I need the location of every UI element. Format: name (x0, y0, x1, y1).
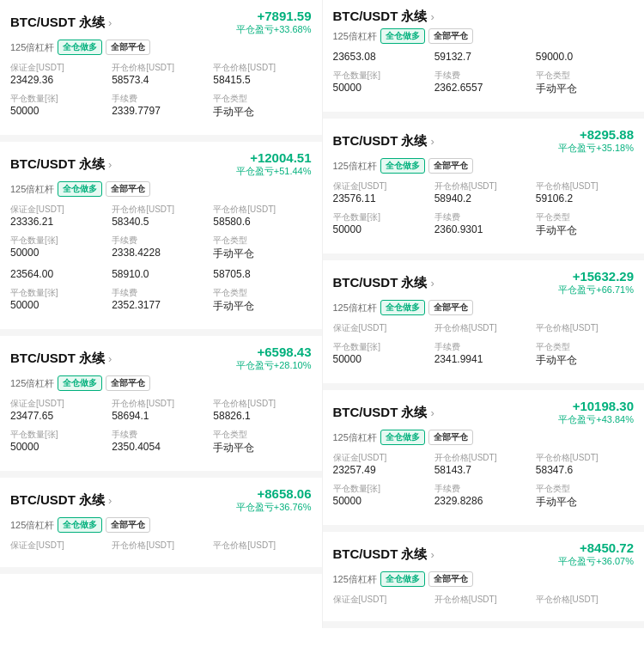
field-row: 保证金[USDT] 23336.21 开仓价格[USDT] 58340.5 平仓… (10, 204, 312, 231)
field-row: 保证金[USDT] 开仓价格[USDT] 平仓价格[USDT] (333, 322, 635, 338)
field-value: 50000 (10, 247, 108, 259)
badge-close[interactable]: 全部平仓 (106, 181, 150, 197)
field-row: 保证金[USDT] 23257.49 开仓价格[USDT] 58143.7 平仓… (333, 452, 635, 479)
chevron-icon: › (431, 548, 434, 561)
pnl-group: +8450.72 平仓盈亏+36.07% (558, 540, 634, 568)
field-row: 23564.00 58910.0 58705.8 (10, 268, 312, 284)
badge-long[interactable]: 全仓做多 (380, 430, 425, 445)
pnl-value: +8450.72 (558, 540, 634, 555)
pnl-group: +15632.29 平仓盈亏+66.71% (558, 269, 634, 296)
chevron-icon: › (108, 494, 112, 507)
badge-long[interactable]: 全仓做多 (58, 375, 102, 391)
field-label: 平仓数量[张] (333, 483, 431, 495)
field-row: 平仓数量[张] 50000 手续费 2352.3177 平仓类型 手动平仓 (10, 287, 312, 317)
badge-close[interactable]: 全部平仓 (106, 40, 150, 55)
field-group: 平仓数量[张] 50000 (10, 287, 108, 314)
badge-close[interactable]: 全部平仓 (428, 571, 473, 587)
badge-long[interactable]: 全仓做多 (380, 300, 425, 315)
field-value: 手动平仓 (536, 223, 634, 238)
field-label: 平仓数量[张] (10, 93, 108, 105)
field-label: 手续费 (112, 235, 210, 247)
field-value: 58573.4 (112, 74, 210, 86)
field-group: 手续费 2352.3177 (112, 287, 210, 314)
field-group: 平仓数量[张] 50000 (333, 483, 431, 510)
field-label: 平仓类型 (536, 70, 634, 82)
field-label: 手续费 (434, 211, 532, 223)
field-group: 平仓数量[张] 50000 (333, 70, 431, 96)
badge-close[interactable]: 全部平仓 (428, 158, 473, 174)
field-value: 59000.0 (536, 51, 634, 63)
field-group: 保证金[USDT] 23257.49 (333, 452, 431, 476)
field-row: 平仓数量[张] 50000 手续费 2362.6557 平仓类型 手动平仓 (333, 70, 635, 100)
field-label: 手续费 (112, 429, 210, 441)
card-title-group: BTC/USDT 永续 › (333, 405, 434, 421)
field-label: 开仓价格[USDT] (112, 540, 210, 552)
badge-long[interactable]: 全仓做多 (58, 40, 102, 55)
pnl-pct: 平仓盈亏+51.44% (236, 165, 312, 178)
card-header: BTC/USDT 永续 › (333, 9, 635, 25)
field-label: 保证金[USDT] (10, 204, 108, 216)
field-label: 平仓类型 (536, 211, 634, 223)
badge-row: 125倍杠杆 全仓做多 全部平仓 (333, 28, 635, 44)
badge-long[interactable]: 全仓做多 (380, 158, 425, 174)
field-label: 开仓价格[USDT] (434, 452, 532, 464)
chevron-icon: › (108, 16, 112, 29)
field-row: 保证金[USDT] 开仓价格[USDT] 平仓价格[USDT] (10, 540, 312, 555)
badge-close[interactable]: 全部平仓 (428, 430, 473, 445)
badge-close[interactable]: 全部平仓 (106, 517, 150, 533)
field-label: 平仓价格[USDT] (213, 62, 311, 74)
badge-close[interactable]: 全部平仓 (428, 28, 473, 44)
badge-long[interactable]: 全仓做多 (58, 181, 102, 197)
field-group: 保证金[USDT] 23576.11 (333, 180, 431, 204)
field-group: 平仓数量[张] 50000 (333, 211, 431, 238)
field-value: 2341.9941 (434, 353, 532, 365)
field-value: 59106.2 (536, 192, 634, 204)
badge-close[interactable]: 全部平仓 (428, 300, 473, 315)
field-value: 23564.00 (10, 268, 108, 280)
field-group: 平仓价格[USDT] (213, 540, 311, 552)
field-label: 开仓价格[USDT] (112, 398, 210, 410)
pnl-pct: 平仓盈亏+33.68% (236, 23, 312, 36)
badge-long[interactable]: 全仓做多 (380, 28, 425, 44)
lever-label: 125倍杠杆 (10, 519, 54, 532)
card-header: BTC/USDT 永续 › +15632.29 平仓盈亏+66.71% (333, 269, 635, 296)
field-value: 58340.5 (112, 216, 210, 228)
field-label: 保证金[USDT] (333, 180, 431, 192)
card-header: BTC/USDT 永续 › +12004.51 平仓盈亏+51.44% (10, 150, 312, 178)
chevron-icon: › (431, 406, 434, 419)
badge-long[interactable]: 全仓做多 (380, 571, 425, 587)
pnl-pct: 平仓盈亏+28.10% (236, 359, 312, 372)
field-value: 58705.8 (213, 268, 311, 280)
badge-close[interactable]: 全部平仓 (106, 375, 150, 391)
card-title: BTC/USDT 永续 (333, 9, 428, 25)
field-value: 58940.2 (434, 192, 532, 204)
field-group: 平仓价格[USDT] 58580.6 (213, 204, 311, 228)
card-header: BTC/USDT 永续 › +10198.30 平仓盈亏+43.84% (333, 399, 635, 426)
badge-long[interactable]: 全仓做多 (58, 517, 102, 533)
field-value: 58910.0 (112, 268, 210, 280)
field-group: 平仓数量[张] 50000 (333, 341, 431, 368)
field-value: 2360.9301 (434, 223, 532, 235)
field-value: 手动平仓 (213, 247, 311, 261)
card-title: BTC/USDT 永续 (333, 405, 428, 421)
trade-card: BTC/USDT 永续 › 125倍杠杆 全仓做多 全部平仓 23653.08 … (323, 0, 645, 119)
field-group: 开仓价格[USDT] (434, 594, 532, 606)
field-group: 平仓数量[张] 50000 (10, 429, 108, 455)
lever-label: 125倍杠杆 (10, 41, 54, 54)
card-title-group: BTC/USDT 永续 › (333, 133, 434, 149)
field-label: 手续费 (434, 70, 532, 82)
field-value: 2352.3177 (112, 299, 210, 311)
lever-label: 125倍杠杆 (333, 160, 377, 173)
field-label: 平仓数量[张] (10, 429, 108, 441)
pnl-value: +15632.29 (558, 269, 634, 284)
field-value: 23477.65 (10, 410, 108, 422)
field-group: 平仓类型 手动平仓 (213, 287, 311, 314)
field-group: 23564.00 (10, 268, 108, 280)
lever-label: 125倍杠杆 (10, 183, 54, 196)
field-value: 23336.21 (10, 216, 108, 228)
field-row: 平仓数量[张] 50000 手续费 2341.9941 平仓类型 手动平仓 (333, 341, 635, 371)
field-label: 开仓价格[USDT] (434, 180, 532, 192)
field-label: 平仓类型 (536, 483, 634, 495)
field-value: 58415.5 (213, 74, 311, 86)
pnl-pct: 平仓盈亏+35.18% (558, 142, 634, 155)
